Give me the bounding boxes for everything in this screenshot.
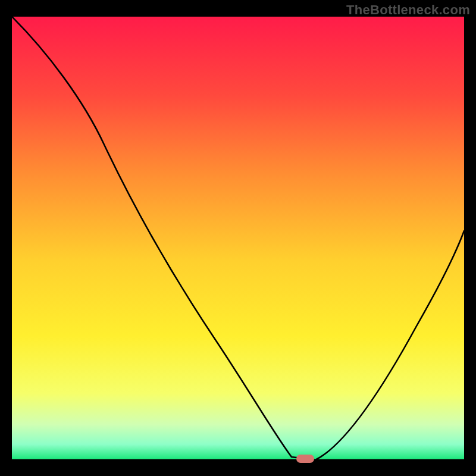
- plot-area: [12, 17, 464, 464]
- chart-svg: [12, 17, 464, 464]
- watermark-text: TheBottleneck.com: [346, 2, 470, 18]
- optimal-point-marker: [296, 455, 314, 463]
- chart-frame: TheBottleneck.com: [0, 0, 476, 476]
- gradient-background: [12, 17, 464, 460]
